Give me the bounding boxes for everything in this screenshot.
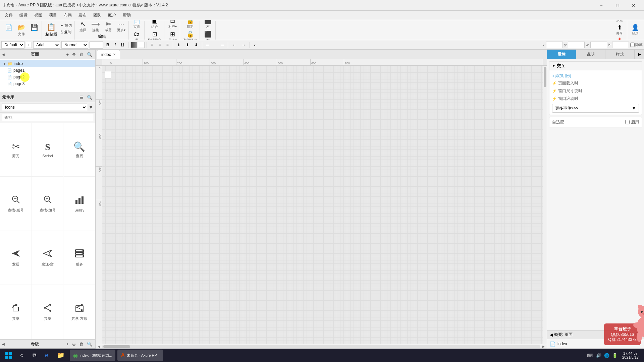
align-button[interactable]: ⊟ 对齐▾ (166, 20, 178, 30)
left-button[interactable]: ⬛ 左 (202, 20, 214, 30)
underline-button[interactable]: U (119, 41, 126, 49)
scroll-left-button[interactable]: ◀ (97, 345, 101, 348)
tab-styles[interactable]: 样式 (605, 50, 635, 59)
lib-item-search-plus[interactable]: 查找-加号 (32, 177, 64, 231)
lib-item-search[interactable]: 🔍 查找 (63, 123, 95, 177)
line-color-button[interactable]: ─ (219, 41, 226, 49)
left-collapse-button[interactable]: ◀ (2, 53, 5, 56)
lib-search-button[interactable]: 🔍 (86, 95, 93, 100)
lib-item-send[interactable]: 发送 (0, 231, 32, 285)
right-button[interactable]: ⬛ 右 (202, 31, 214, 41)
font-style-select[interactable]: Normal (61, 41, 88, 49)
page-item-page3[interactable]: 📄 page3 (0, 80, 95, 87)
menu-file[interactable]: 文件 (1, 11, 16, 19)
scroll-thumb-h[interactable] (103, 345, 130, 348)
align-right-button[interactable]: ≡ (164, 41, 171, 49)
lib-item-scribd[interactable]: S Scribd (32, 123, 64, 177)
pages-delete-button[interactable]: 🗑 (78, 52, 85, 57)
taskbar-search[interactable]: ○ (17, 350, 27, 361)
page-item-page2[interactable]: 📄 page2 (0, 74, 95, 80)
ungroup-button[interactable]: ⊡ 取消组合 (147, 31, 163, 41)
more-tools-button[interactable]: ⋯ 更多▾ (115, 20, 127, 33)
start-button[interactable] (3, 349, 15, 361)
line-style-button[interactable]: ─ (204, 41, 211, 49)
page-button[interactable]: 📄 页面 (131, 20, 143, 30)
font-select[interactable]: Arial (33, 41, 60, 49)
tab-properties[interactable]: 属性 (547, 50, 576, 59)
x-input[interactable] (546, 42, 563, 48)
tray-icon-3[interactable]: 🌐 (603, 353, 610, 358)
bold-button[interactable]: B (104, 41, 111, 49)
left-collapse-icon[interactable]: ◀ (550, 333, 553, 337)
menu-account[interactable]: 账户 (105, 11, 119, 19)
lib-item-sellsy[interactable]: Sellsy (63, 177, 95, 231)
menu-view[interactable]: 视图 (31, 11, 46, 19)
canvas-scroll-h[interactable]: ◀ ▶ (96, 344, 547, 349)
lib-item-send-o[interactable]: 发送-空 (32, 231, 64, 285)
tab-close-button[interactable]: ✕ (113, 53, 116, 56)
crop-tool-button[interactable]: ✄ 裁剪 (102, 20, 114, 33)
share-button[interactable]: ⬆ 共享 (613, 24, 626, 37)
h-input[interactable] (612, 42, 629, 48)
preview-button[interactable]: ▶ 预览 (613, 20, 626, 23)
italic-button[interactable]: I (113, 41, 118, 49)
lib-dropdown[interactable]: Icons (2, 104, 87, 111)
minimize-button[interactable]: － (594, 0, 609, 11)
menu-edit[interactable]: 编辑 (16, 11, 31, 19)
valign-bot-button[interactable]: ⬇ (193, 41, 200, 49)
motherboard-collapse[interactable]: ◀ (2, 342, 5, 346)
open-file-button[interactable]: 📂 (15, 24, 28, 31)
add-case-button[interactable]: + 添加用例 (552, 72, 639, 79)
taskbar-browser360[interactable]: ◉ index - 360极速浏... (70, 350, 116, 361)
unlock-button[interactable]: 🔓 取消锁定 (182, 31, 198, 41)
motherboard-add-button[interactable]: + (65, 341, 70, 347)
group-button[interactable]: ▣ 组合 (149, 20, 161, 30)
lib-item-server[interactable]: 服务 (63, 231, 95, 285)
canvas-tab-index[interactable]: index ✕ (97, 50, 120, 59)
y-input[interactable] (568, 42, 585, 48)
lib-item-scissors[interactable]: ✂ 剪刀 (0, 123, 32, 177)
taskbar-edge[interactable]: e (42, 350, 52, 361)
taskbar-task-view[interactable]: ⧉ (29, 350, 40, 361)
lib-menu-button[interactable]: ☰ (78, 95, 85, 100)
interaction-header[interactable]: ▼ 交互 (549, 62, 642, 70)
arrow-end-button[interactable]: → (239, 41, 248, 49)
menu-layout[interactable]: 布局 (60, 11, 75, 19)
menu-publish[interactable]: 发布 (75, 11, 90, 19)
hidden-checkbox[interactable] (630, 43, 635, 47)
style-select[interactable]: Default (1, 41, 24, 49)
font-color-button[interactable] (130, 42, 137, 48)
maximize-button[interactable]: □ (610, 0, 625, 11)
valign-top-button[interactable]: ⬆ (175, 41, 182, 49)
valign-mid-button[interactable]: ⬆ (184, 41, 191, 49)
taskbar-folder[interactable]: 📁 (54, 350, 68, 361)
w-input[interactable] (590, 42, 607, 48)
page-item-page1[interactable]: 📄 page1 (0, 67, 95, 74)
align-center-button[interactable]: ≡ (157, 41, 163, 49)
tray-icon-4[interactable]: 🔋 (611, 353, 618, 358)
distribute-button[interactable]: ⊞ 分布▾ (166, 31, 178, 41)
arrow-start-button[interactable]: ← (230, 41, 238, 49)
cut-button[interactable]: ✂ 剪切 (59, 23, 73, 28)
lib-search-input[interactable] (2, 114, 93, 121)
pages-add-child-button[interactable]: ⊕ (71, 52, 77, 57)
connect-tool-button[interactable]: ⟶ 连接 (90, 20, 102, 33)
menu-team[interactable]: 团队 (90, 11, 105, 19)
close-button[interactable]: ✕ (626, 0, 641, 11)
canvas[interactable] (102, 66, 543, 344)
login-button[interactable]: 👤 登录 (629, 24, 641, 37)
page-item-index[interactable]: ▼ 📁 index (0, 60, 95, 67)
canvas-scroll-v[interactable] (543, 66, 547, 344)
tab-notes[interactable]: 说明 (576, 50, 605, 59)
lib-item-search-minus[interactable]: 查找-减号 (0, 177, 32, 231)
publish-button[interactable]: 📤 发布▾ (613, 37, 626, 41)
lib-item-share-square[interactable]: 共享-方形 (63, 285, 95, 339)
line-width-button[interactable]: │ (212, 41, 218, 49)
menu-help[interactable]: 帮助 (119, 11, 134, 19)
library-button[interactable]: 🗂 库 (131, 31, 143, 41)
lib-item-share[interactable]: 共享 (32, 285, 64, 339)
motherboard-delete-button[interactable]: 🗑 (78, 341, 85, 347)
lock-button[interactable]: 🔒 锁定 (184, 20, 196, 30)
select-tool-button[interactable]: ↖ 选择 (77, 20, 89, 33)
more-events-button[interactable]: 更多事件>>> ▼ (552, 104, 639, 113)
